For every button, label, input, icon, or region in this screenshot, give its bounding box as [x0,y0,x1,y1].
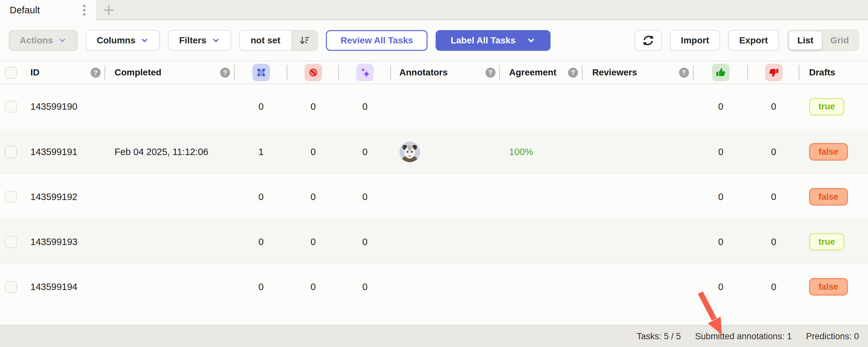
refresh-icon [641,33,655,48]
label-all-tasks-button[interactable]: Label All Tasks [436,30,551,51]
draft-badge: true [809,98,844,116]
row-checkbox[interactable] [5,281,17,293]
header-drafts-label: Drafts [809,67,835,78]
annotations-count: 0 [258,101,264,112]
reviewers-cell [583,264,693,309]
annotations-count: 0 [258,236,264,247]
header-agreement-label: Agreement [509,67,556,78]
header-agreement[interactable]: Agreement ? [500,62,583,84]
plus-icon [102,4,115,17]
task-id: 143599192 [30,192,78,202]
header-drafts[interactable]: Drafts [799,62,868,84]
rejected-count: 0 [771,192,776,202]
table-row[interactable]: 143599190 0 0 0 0 0 true [0,84,868,129]
annotations-count: 1 [258,147,264,157]
help-icon[interactable]: ? [91,68,101,78]
skipped-count: 0 [310,236,315,247]
filters-label: Filters [179,35,206,45]
thumbs-down-icon [765,64,782,81]
table-row[interactable]: 143599192 0 0 0 0 0 false [0,174,868,219]
view-list-option[interactable]: List [789,31,822,50]
no-entry-icon [305,64,322,81]
task-id: 143599191 [30,147,78,157]
export-button[interactable]: Export [728,30,779,51]
table-bottom-spacer [0,309,868,325]
header-annotations-count[interactable] [235,62,287,84]
label-all-label: Label All Tasks [451,35,516,45]
view-grid-option[interactable]: Grid [822,31,857,50]
table-row[interactable]: 143599193 0 0 0 0 0 true [0,219,868,264]
submitted-annotations-count: Submitted annotations: 1 [695,332,792,342]
reviewers-cell [583,129,693,174]
reviewers-cell [583,219,693,264]
row-checkbox[interactable] [5,236,17,248]
ordering-control[interactable]: not set [239,30,318,51]
chevron-down-icon [141,36,149,45]
rejected-count: 0 [771,282,776,292]
rejected-count: 0 [771,147,776,157]
table-header: ID ? Completed ? [0,61,868,84]
row-checkbox[interactable] [5,146,17,158]
header-annotators-label: Annotators [399,67,447,78]
table-row[interactable]: 143599194 0 0 0 0 0 false [0,264,868,309]
header-reviews-accepted[interactable] [693,62,748,84]
table-row[interactable]: 143599191 Feb 04 2025, 11:12:06 1 0 0 [0,129,868,174]
columns-button[interactable]: Columns [86,30,160,51]
agreement-value: 100% [509,147,533,157]
row-checkbox[interactable] [5,191,17,203]
header-reviewers-label: Reviewers [592,67,637,78]
annotator-avatar[interactable] [399,141,420,162]
rejected-count: 0 [771,236,776,247]
help-icon[interactable]: ? [220,68,230,78]
predictions-count: 0 [362,236,367,247]
chevron-down-icon [527,36,536,45]
import-button[interactable]: Import [670,30,720,51]
review-all-label: Review All Tasks [340,35,413,45]
accepted-count: 0 [718,282,723,292]
header-predictions-count[interactable] [339,62,391,84]
predictions-total-count: Predictions: 0 [806,332,859,342]
header-skipped-count[interactable] [287,62,339,84]
chevron-down-icon [212,36,220,45]
accepted-count: 0 [718,101,723,112]
header-reviews-rejected[interactable] [748,62,799,84]
skipped-count: 0 [310,101,315,112]
filters-button[interactable]: Filters [168,30,231,51]
bounding-box-icon [252,64,270,81]
reviewers-cell [583,175,693,219]
actions-button[interactable]: Actions [9,30,78,51]
help-icon[interactable]: ? [486,68,495,78]
header-checkbox-cell [0,62,22,84]
draft-badge: true [809,233,844,251]
header-reviewers[interactable]: Reviewers ? [583,62,693,84]
columns-label: Columns [97,35,135,45]
row-checkbox[interactable] [5,101,17,113]
ordering-value[interactable]: not set [240,31,291,50]
import-label: Import [681,35,709,45]
header-id-label: ID [30,67,39,78]
header-completed[interactable]: Completed ? [105,62,235,84]
table-body: 143599190 0 0 0 0 0 true 143599191 Feb 0… [0,84,868,309]
rejected-count: 0 [771,101,776,112]
data-manager-page: Default Actions Columns Filters not set [0,0,868,347]
header-id[interactable]: ID ? [22,62,105,84]
skipped-count: 0 [310,147,315,157]
task-id: 143599194 [30,282,78,292]
sort-direction-button[interactable] [291,31,317,50]
header-annotators[interactable]: Annotators ? [391,62,500,84]
tab-default[interactable]: Default [0,0,96,20]
toolbar-right: Import Export List Grid [634,29,859,52]
refresh-button[interactable] [634,30,662,51]
help-icon[interactable]: ? [568,68,578,78]
view-toggle: List Grid [787,29,859,52]
accepted-count: 0 [718,236,723,247]
help-icon[interactable]: ? [679,68,689,78]
tab-label: Default [10,5,40,15]
predictions-count: 0 [362,147,367,157]
predictions-count: 0 [362,282,367,292]
select-all-checkbox[interactable] [5,67,17,78]
draft-badge: false [809,278,848,295]
add-tab-button[interactable] [96,0,122,20]
review-all-tasks-button[interactable]: Review All Tasks [326,30,428,51]
tab-menu-icon[interactable] [80,3,89,18]
